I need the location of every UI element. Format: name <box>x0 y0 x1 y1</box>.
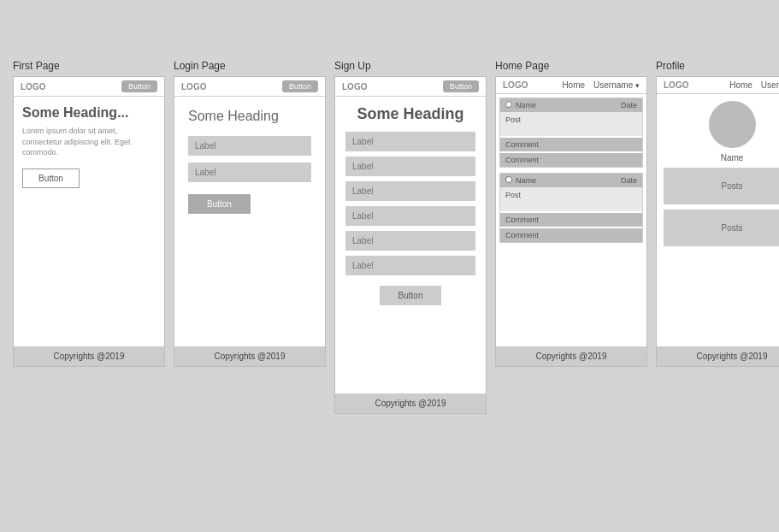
first-page-text: Lorem ipsum dolor sit amet, consectetur … <box>22 126 156 158</box>
signup-page-nav-button[interactable]: Button <box>443 80 479 92</box>
signup-page-footer: Copyrights @2019 <box>335 393 486 413</box>
first-page-label: First Page <box>13 60 60 72</box>
first-page-logo: LOGO <box>21 82 45 92</box>
profile-posts-card-2: Posts <box>664 210 779 246</box>
post-radio-2 <box>505 176 512 183</box>
home-nav-home[interactable]: Home <box>562 80 585 90</box>
first-page-group: First Page LOGO Button Some Heading... L… <box>13 60 165 367</box>
signup-field-5[interactable] <box>345 231 475 251</box>
login-page-footer: Copyrights @2019 <box>174 346 325 366</box>
login-page-navbar: LOGO Button <box>174 77 325 97</box>
signup-heading: Some Heading <box>357 105 463 123</box>
profile-page-label: Profile <box>656 60 685 72</box>
signup-button[interactable]: Button <box>380 286 442 305</box>
profile-avatar <box>709 101 756 148</box>
login-heading: Some Heading <box>188 109 279 124</box>
post-radio-1 <box>505 101 512 108</box>
profile-page-frame: LOGO Home Username Name Posts Posts Copy… <box>656 76 779 367</box>
signup-page-label: Sign Up <box>334 60 371 72</box>
signup-field-2[interactable] <box>345 157 475 176</box>
profile-nav-home[interactable]: Home <box>729 80 752 90</box>
first-page-button[interactable]: Button <box>22 168 80 188</box>
signup-page-group: Sign Up LOGO Button Some Heading Button … <box>334 60 487 414</box>
signup-page-logo: LOGO <box>342 82 367 92</box>
first-page-heading: Some Heading... <box>22 105 156 121</box>
profile-page-body: Name Posts Posts <box>657 94 779 346</box>
login-page-body: Some Heading Button <box>174 97 325 346</box>
profile-posts-card-1: Posts <box>664 168 779 204</box>
home-nav-username[interactable]: Username ▾ <box>593 80 640 90</box>
signup-field-3[interactable] <box>345 181 475 201</box>
post-card-1-body: Post <box>500 112 642 136</box>
login-button[interactable]: Button <box>188 194 251 214</box>
home-page-logo: LOGO <box>503 80 528 90</box>
home-page-label: Home Page <box>495 60 549 72</box>
profile-page-logo: LOGO <box>664 80 688 90</box>
login-page-frame: LOGO Button Some Heading Button Copyrigh… <box>174 76 326 367</box>
profile-name: Name <box>721 153 744 163</box>
signup-field-1[interactable] <box>345 132 475 151</box>
home-page-frame: LOGO Home Username ▾ Name Date Post Comm… <box>495 76 647 367</box>
chevron-down-icon: ▾ <box>635 81 640 90</box>
login-page-group: Login Page LOGO Button Some Heading Butt… <box>174 60 326 367</box>
login-field-1[interactable] <box>188 136 311 156</box>
home-page-body: Name Date Post Comment Comment Name Date… <box>496 94 646 346</box>
login-page-logo: LOGO <box>181 82 206 92</box>
login-page-nav-button[interactable]: Button <box>282 80 318 92</box>
signup-field-6[interactable] <box>345 256 475 275</box>
post-card-2-comment-2: Comment <box>500 228 642 242</box>
profile-page-navbar: LOGO Home Username <box>657 77 779 94</box>
post-card-2: Name Date Post Comment Comment <box>499 173 643 243</box>
login-field-2[interactable] <box>188 163 311 182</box>
home-page-navbar: LOGO Home Username ▾ <box>496 77 646 94</box>
post-card-2-comment-1: Comment <box>500 213 642 227</box>
post-card-1-comment-2: Comment <box>500 153 642 167</box>
profile-page-group: Profile LOGO Home Username Name Posts Po… <box>656 60 779 367</box>
first-page-frame: LOGO Button Some Heading... Lorem ipsum … <box>13 76 165 367</box>
signup-page-body: Some Heading Button <box>335 97 486 393</box>
home-page-nav: Home Username ▾ <box>562 80 640 90</box>
signup-page-navbar: LOGO Button <box>335 77 486 97</box>
post-card-2-header: Name Date <box>500 174 642 187</box>
profile-nav-username[interactable]: Username <box>761 80 779 90</box>
post-card-1-comment-1: Comment <box>500 138 642 151</box>
post-card-2-body: Post <box>500 187 642 211</box>
profile-page-footer: Copyrights @2019 <box>657 346 779 366</box>
post-card-1-header: Name Date <box>500 98 642 112</box>
profile-page-nav: Home Username <box>729 80 779 90</box>
login-page-label: Login Page <box>174 60 226 72</box>
signup-page-frame: LOGO Button Some Heading Button Copyrigh… <box>334 76 487 414</box>
first-page-navbar: LOGO Button <box>14 77 164 97</box>
post-card-1: Name Date Post Comment Comment <box>499 98 643 168</box>
first-page-body: Some Heading... Lorem ipsum dolor sit am… <box>14 97 164 346</box>
home-page-footer: Copyrights @2019 <box>496 346 646 366</box>
home-page-group: Home Page LOGO Home Username ▾ Name Date… <box>495 60 647 367</box>
first-page-nav-button[interactable]: Button <box>121 80 157 92</box>
signup-field-4[interactable] <box>345 206 475 226</box>
first-page-footer: Copyrights @2019 <box>14 346 164 366</box>
